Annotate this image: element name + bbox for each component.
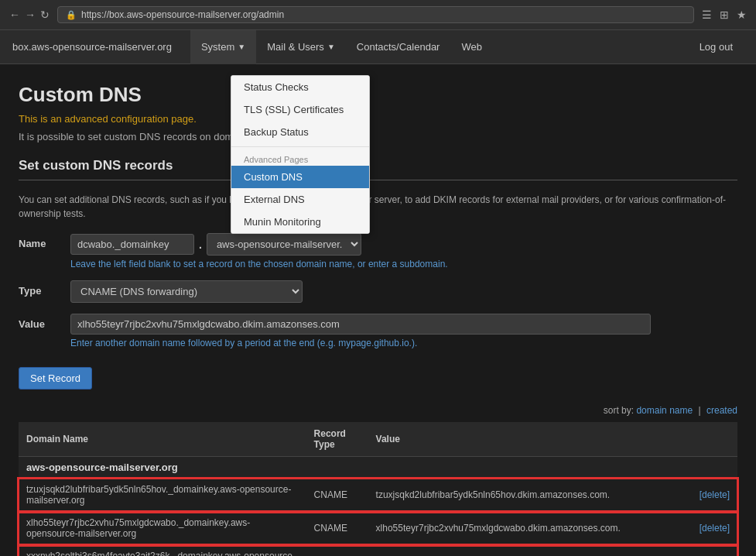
dropdown-status-checks[interactable]: Status Checks <box>231 76 369 98</box>
nav-item-contacts-calendar[interactable]: Contacts/Calendar <box>346 30 451 64</box>
row-type: CNAME <box>306 512 368 545</box>
row-action: [delete] <box>683 545 737 557</box>
dns-table: Domain Name Record Type Value aws-openso… <box>19 422 737 556</box>
form-row-value: Value Enter another domain name followed… <box>19 314 737 348</box>
address-bar[interactable]: 🔒 https://box.aws-opensource-mailserver.… <box>57 6 694 23</box>
row-domain: tzuxjsqkd2lubfribar5ydk5nln65hov._domain… <box>19 479 306 512</box>
grid-icon[interactable]: ⊞ <box>720 9 729 21</box>
form-row-type: Type CNAME (DNS forwarding) A AAAA TXT M… <box>19 280 737 303</box>
table-row: tzuxjsqkd2lubfribar5ydk5nln65hov._domain… <box>19 479 737 512</box>
col-header-domain: Domain Name <box>19 422 306 457</box>
row-action: [delete] <box>683 479 737 512</box>
reload-icon[interactable]: ↻ <box>40 9 50 21</box>
value-input[interactable] <box>70 314 651 335</box>
type-select[interactable]: CNAME (DNS forwarding) A AAAA TXT MX SRV… <box>70 280 303 303</box>
table-header-row: Domain Name Record Type Value <box>19 422 737 457</box>
table-row: xxxnyh2soltbj3s6m4foavte3ait2z6k._domain… <box>19 545 737 557</box>
nav-item-system[interactable]: System ▼ <box>190 30 256 64</box>
dropdown-tls-ssl[interactable]: TLS (SSL) Certificates <box>231 98 369 121</box>
name-input[interactable] <box>70 234 194 255</box>
delete-link[interactable]: [delete] <box>700 523 730 534</box>
system-dropdown-arrow: ▼ <box>238 43 245 51</box>
col-header-value: Value <box>368 422 683 457</box>
forward-icon[interactable]: → <box>25 9 36 21</box>
row-type: CNAME <box>306 545 368 557</box>
type-label: Type <box>19 280 61 297</box>
name-label: Name <box>19 233 61 249</box>
star-icon[interactable]: ★ <box>737 9 747 21</box>
sort-label: sort by: <box>604 405 634 416</box>
system-dropdown: Status Checks TLS (SSL) Certificates Bac… <box>231 75 370 234</box>
name-dot: . <box>199 239 202 251</box>
section-title: Set custom DNS records <box>19 158 737 180</box>
col-header-type: Record Type <box>306 422 368 457</box>
site-name: box.aws-opensource-mailserver.org <box>12 41 172 53</box>
top-nav: box.aws-opensource-mailserver.org System… <box>0 30 756 64</box>
dropdown-munin-monitoring[interactable]: Munin Monitoring <box>231 211 369 233</box>
main-content: Custom DNS This is an advanced configura… <box>0 64 756 556</box>
form-row-name: Name . aws-opensource-mailserver.o Leave… <box>19 233 737 269</box>
delete-link[interactable]: [delete] <box>700 489 730 500</box>
dropdown-custom-dns[interactable]: Custom DNS <box>231 166 369 188</box>
value-label: Value <box>19 314 61 330</box>
row-domain: xlho55teyr7rjbc2xvhu75mxlgdcwabo._domain… <box>19 512 306 545</box>
dropdown-backup-status[interactable]: Backup Status <box>231 121 369 143</box>
sort-separator: | <box>699 405 701 416</box>
dropdown-external-dns[interactable]: External DNS <box>231 188 369 211</box>
row-value: xlho55teyr7rjbc2xvhu75mxlgdcwabo.dkim.am… <box>368 512 683 545</box>
set-record-button[interactable]: Set Record <box>19 367 92 390</box>
name-inputs: . aws-opensource-mailserver.o <box>70 233 737 256</box>
domain-select[interactable]: aws-opensource-mailserver.o <box>207 233 361 256</box>
domain-group-row: aws-opensource-mailserver.org <box>19 457 737 479</box>
sort-bar: sort by: domain name | created <box>19 405 737 416</box>
row-action: [delete] <box>683 512 737 545</box>
row-domain: xxxnyh2soltbj3s6m4foavte3ait2z6k._domain… <box>19 545 306 557</box>
back-icon[interactable]: ← <box>9 9 20 21</box>
value-hint: Enter another domain name followed by a … <box>70 338 737 348</box>
col-header-action <box>683 422 737 457</box>
sort-domain-link[interactable]: domain name <box>636 405 693 416</box>
url-text: https://box.aws-opensource-mailserver.or… <box>81 9 284 20</box>
browser-nav-icons: ← → ↻ <box>9 9 50 21</box>
sort-created-link[interactable]: created <box>706 405 737 416</box>
nav-item-mail-users[interactable]: Mail & Users ▼ <box>256 30 346 64</box>
warning-text: This is an advanced configuration page. <box>19 113 737 125</box>
table-row: xlho55teyr7rjbc2xvhu75mxlgdcwabo._domain… <box>19 512 737 545</box>
mail-dropdown-arrow: ▼ <box>327 43 335 51</box>
logout-button[interactable]: Log out <box>689 35 744 59</box>
page-title: Custom DNS <box>19 83 737 107</box>
name-control-group: . aws-opensource-mailserver.o Leave the … <box>70 233 737 269</box>
name-hint: Leave the left field blank to set a reco… <box>70 259 737 269</box>
description-text: It is possible to set custom DNS records… <box>19 131 737 142</box>
row-value: xxxnyh2soltbj3s6m4foavte3ait2z6k.dkim.am… <box>368 545 683 557</box>
domain-group-label: aws-opensource-mailserver.org <box>19 457 737 479</box>
dropdown-divider <box>231 146 369 147</box>
type-control-group: CNAME (DNS forwarding) A AAAA TXT MX SRV… <box>70 280 737 303</box>
nav-item-web[interactable]: Web <box>450 30 493 64</box>
browser-bar: ← → ↻ 🔒 https://box.aws-opensource-mails… <box>0 0 756 30</box>
lock-icon: 🔒 <box>66 10 77 20</box>
dropdown-section-advanced: Advanced Pages <box>231 150 369 166</box>
help-text: You can set additional DNS records, such… <box>19 193 737 221</box>
row-type: CNAME <box>306 479 368 512</box>
row-value: tzuxjsqkd2lubfribar5ydk5nln65hov.dkim.am… <box>368 479 683 512</box>
bookmarks-icon[interactable]: ☰ <box>702 9 712 21</box>
value-control-group: Enter another domain name followed by a … <box>70 314 737 348</box>
